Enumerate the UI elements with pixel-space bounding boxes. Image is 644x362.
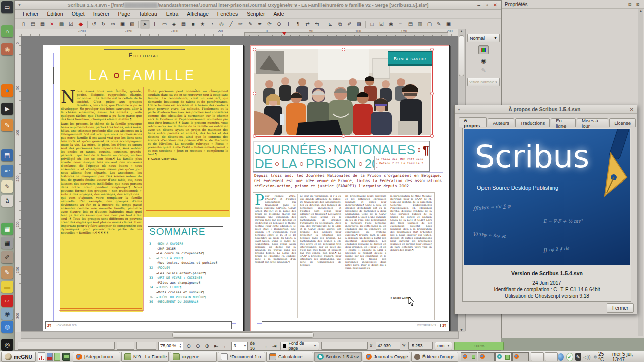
tab-en-ligne[interactable]: En ligne <box>551 118 576 127</box>
zoom-out-icon[interactable]: ⊖ <box>185 342 192 350</box>
insert-calligraphic-icon[interactable]: ✒ <box>255 20 265 29</box>
save-icon[interactable]: ▦ <box>38 20 47 29</box>
insert-bezier-icon[interactable]: ✑ <box>236 20 246 29</box>
workspace-3[interactable] <box>495 352 512 361</box>
preflight-verifier-icon[interactable]: ☑ <box>66 20 76 29</box>
close-window-button[interactable]: ✕ <box>491 1 499 9</box>
panel-scrollbar[interactable]: ▲ <box>638 9 643 336</box>
tray-volume-icon[interactable]: ◁)) <box>583 354 590 360</box>
menu-item[interactable]: Fenêtres <box>217 11 238 17</box>
layer-indicator-select[interactable]: Fond de page ▼ <box>280 342 319 350</box>
taskbar-adeppi-forum[interactable]: [Adeppi forum -… <box>73 352 120 362</box>
impress-icon[interactable]: ▤ <box>1 149 13 161</box>
toggle-palettes-icon[interactable]: ▨ <box>354 20 364 29</box>
title-bar[interactable]: ▼ Scribus 1.5.4.svn - [/mnt/██████████/M… <box>15 1 501 10</box>
char-a-icon[interactable]: à <box>1 195 13 207</box>
export-pdf-icon[interactable]: ◆ <box>76 20 86 29</box>
filezilla-icon[interactable]: FZ <box>1 295 13 307</box>
zoom-in-icon[interactable]: ⊕ <box>203 342 210 350</box>
insert-freehand-icon[interactable]: ✎ <box>246 20 255 29</box>
vision-select[interactable]: Vision normale▼ <box>467 78 500 86</box>
text-editor-icon[interactable]: ✎ <box>1 180 13 193</box>
menu-item[interactable]: Objet <box>72 11 85 17</box>
page-left[interactable]: Éditorial LA FAMILLE Nous avons tous une… <box>43 45 244 331</box>
taskbar-document-1[interactable]: *Document 1 n… <box>218 352 265 362</box>
insert-image-frame-icon[interactable]: ▭ <box>159 20 169 29</box>
menu-item[interactable]: Scripter <box>247 11 265 17</box>
workspace-applet-icon[interactable] <box>54 353 60 361</box>
toolbar-icon[interactable] <box>87 21 88 28</box>
workspace-4[interactable] <box>512 352 529 361</box>
canvas[interactable]: Éditorial LA FAMILLE Nous avons tous une… <box>21 36 458 331</box>
previous-page-icon[interactable]: ← <box>222 342 229 350</box>
selection-handle[interactable] <box>253 92 256 95</box>
page-footer-right[interactable]: OXYGÈNE N°9→ 3¶ <box>262 321 448 329</box>
zoom-spinbox[interactable]: 75,00 % ▲▼ <box>158 342 183 350</box>
story-editor-icon[interactable]: ¶ <box>293 20 303 29</box>
taskbar-journal-oxygene[interactable]: Journal « Oxygè… <box>363 352 410 362</box>
dock-handle[interactable]: · · · · · <box>466 29 501 33</box>
selection-handle[interactable] <box>342 48 345 51</box>
copy-item-properties-icon[interactable]: ⧉ <box>335 20 345 29</box>
menu-item[interactable]: Aide <box>273 11 284 17</box>
insert-polygon-icon[interactable]: ★ <box>198 20 207 29</box>
menu-item[interactable]: Fichier <box>23 11 39 17</box>
scroll-up-arrow[interactable]: ▲ <box>638 9 643 12</box>
minimize-button[interactable]: – <box>475 1 483 9</box>
tray-network-icon[interactable] <box>558 353 564 361</box>
open-icon[interactable]: ▤ <box>28 20 38 29</box>
dialog-menu-icon[interactable]: ▼ <box>457 108 461 111</box>
pdf-listbox-icon[interactable]: ▤ <box>406 20 415 29</box>
tray-clock[interactable]: mer 5 jui, 13:47 <box>612 351 640 362</box>
calendar-icon[interactable]: ▦ <box>1 223 13 235</box>
taskbar-n9-la-famille[interactable]: N°9 - La Famille <box>121 352 169 362</box>
menu-item[interactable]: Extra <box>166 11 179 17</box>
tab-auteurs[interactable]: Auteurs <box>488 118 514 127</box>
paint-icon[interactable]: ✎ <box>1 266 13 279</box>
tab-traductions[interactable]: Traductions <box>515 118 550 127</box>
unlink-text-frames-icon[interactable]: ⇆ <box>312 20 322 29</box>
fermer-button[interactable]: Fermer <box>607 303 634 313</box>
standfirst-frame[interactable]: Depuis trois ans, les Journées Nationale… <box>253 172 443 192</box>
insert-line-icon[interactable]: ╱ <box>226 20 236 29</box>
print-icon[interactable]: ▩ <box>57 20 66 29</box>
hscroll-thumb[interactable] <box>172 332 314 338</box>
apti-icon[interactable]: AP <box>1 165 13 177</box>
menu-item[interactable]: Insérer <box>93 11 110 17</box>
article-columns[interactable]: Pour l'année 2016, l'ADEPPI et d'autres … <box>253 192 435 320</box>
taskbar-spacer-button[interactable] <box>531 352 544 361</box>
taskbar-scribus[interactable]: Scribus 1.5.4.sv… <box>314 352 362 362</box>
maximize-button[interactable]: ▫ <box>483 1 491 9</box>
measurements-icon[interactable]: ⊾ <box>326 20 335 29</box>
zoom-icon[interactable]: ⊙ <box>274 20 284 29</box>
float-panel-icon[interactable]: ⊡ <box>626 0 634 8</box>
tab-a-propos[interactable]: À propos <box>459 117 487 127</box>
calculator-icon[interactable]: ▦ <box>1 237 13 249</box>
gimp-icon[interactable]: ✐ <box>1 251 13 263</box>
insert-spiral-icon[interactable]: ◎ <box>217 20 226 29</box>
home-icon[interactable]: ⌂ <box>1 25 13 37</box>
rubrique-badge[interactable]: Bon à savoir <box>388 51 432 66</box>
cut-icon[interactable]: ✂ <box>108 20 118 29</box>
tab-mises-a-jour[interactable]: Mises à jour <box>577 118 608 127</box>
menu-item[interactable]: Affichage <box>187 11 209 17</box>
sommaire-frame[interactable]: SOMMAIRE 3→BON À SAVOIR¶ →JNP 2016¶ →Le … <box>148 226 223 312</box>
paste-icon[interactable]: ▧ <box>127 20 137 29</box>
tab-license[interactable]: License <box>609 118 636 127</box>
pdf-radio-button-icon[interactable]: ◉ <box>386 20 396 29</box>
close-icon[interactable]: ✕ <box>47 20 57 29</box>
tray-stylus-icon[interactable]: ✎ <box>575 353 582 361</box>
editorial-column-1[interactable]: Nous avons tous une famille, grande, pet… <box>59 87 144 311</box>
undo-icon[interactable]: ↺ <box>89 20 99 29</box>
edit-contents-icon[interactable]: I <box>284 20 293 29</box>
pdf-3d-annotation-icon[interactable]: ▣ <box>444 20 453 29</box>
taskbar-editeur-image[interactable]: Éditeur d'image… <box>411 352 458 362</box>
new-document-icon[interactable]: ▯ <box>19 20 28 29</box>
insert-render-frame-icon[interactable]: ◈ <box>169 20 179 29</box>
selection-handle[interactable] <box>253 134 256 138</box>
selection-handle[interactable] <box>253 48 256 51</box>
pdf-checkbox-icon[interactable]: ☑ <box>377 20 386 29</box>
next-page-icon[interactable]: → <box>262 342 269 350</box>
eye-dropper-icon[interactable]: ✐ <box>345 20 354 29</box>
photo-icon[interactable]: ◉ <box>1 43 13 55</box>
